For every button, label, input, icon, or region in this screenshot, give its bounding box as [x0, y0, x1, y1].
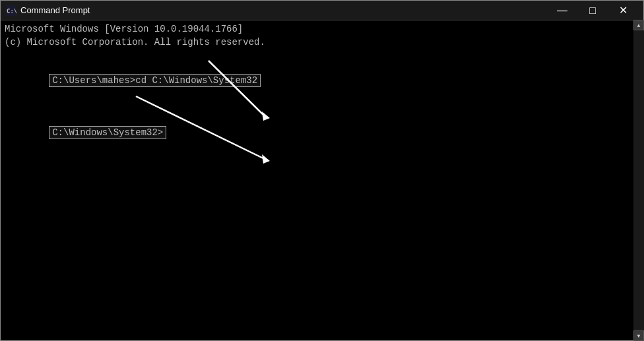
command-highlight-box: C:\Users\mahes>cd C:\Windows\System32: [49, 74, 261, 87]
window-controls: — □ ✕: [547, 1, 638, 20]
close-button[interactable]: ✕: [608, 1, 638, 20]
terminal-line-cd-command: C:\Users\mahes>cd C:\Windows\System32: [5, 62, 639, 101]
main-layout: Microsoft Windows [Version 10.0.19044.17…: [1, 20, 643, 340]
scrollbar-track: [634, 30, 643, 330]
svg-marker-5: [262, 154, 270, 164]
terminal-line-system32-prompt: C:\Windows\System32>: [5, 113, 639, 152]
minimize-button[interactable]: —: [547, 1, 577, 20]
scroll-up-button[interactable]: ▲: [633, 20, 643, 30]
title-bar: C:\ Command Prompt — □ ✕: [1, 1, 643, 20]
terminal-line-blank2: [5, 101, 639, 114]
window: C:\ Command Prompt — □ ✕ Microsoft Windo…: [0, 0, 644, 341]
maximize-button[interactable]: □: [577, 1, 608, 20]
scrollbar[interactable]: ▲ ▼: [633, 20, 643, 340]
svg-text:C:\: C:\: [7, 8, 16, 15]
terminal-line-blank: [5, 49, 639, 62]
terminal-line-version: Microsoft Windows [Version 10.0.19044.17…: [5, 23, 639, 36]
terminal-content[interactable]: Microsoft Windows [Version 10.0.19044.17…: [1, 20, 643, 340]
prompt-highlight-box: C:\Windows\System32>: [49, 126, 166, 139]
app-icon: C:\: [6, 5, 16, 16]
window-title: Command Prompt: [20, 5, 547, 15]
scroll-down-button[interactable]: ▼: [633, 330, 643, 340]
terminal-line-copyright: (c) Microsoft Corporation. All rights re…: [5, 36, 639, 49]
